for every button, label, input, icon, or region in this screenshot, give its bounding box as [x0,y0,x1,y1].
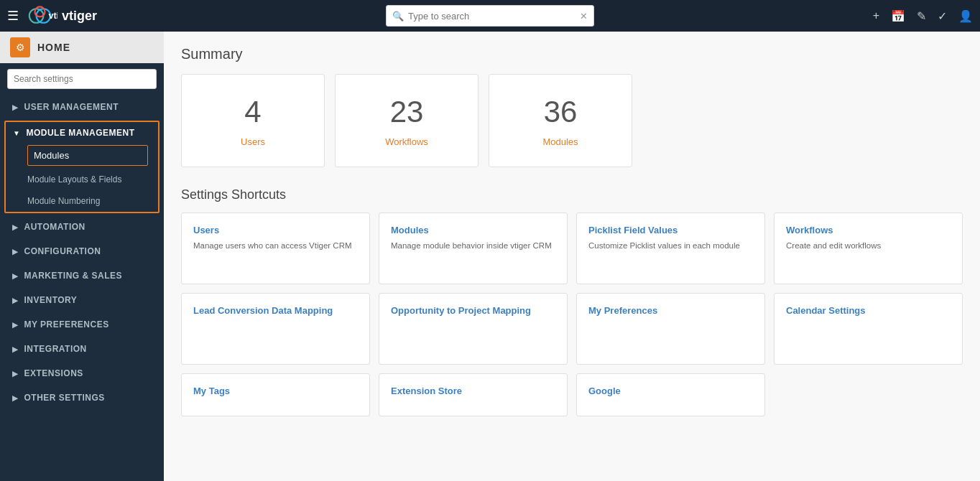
shortcut-desc: Manage module behavior inside vtiger CRM [391,240,555,251]
shortcut-title: Calendar Settings [786,305,951,316]
sidebar-item-integration[interactable]: ▶ INTEGRATION [0,337,164,361]
sidebar-nav: ▶ USER MANAGEMENT ▼ MODULE MANAGEMENT Mo… [0,95,164,410]
chevron-right-icon: ▶ [12,296,19,304]
bottom-card-title: Google [588,386,753,396]
sidebar-item-label: USER MANAGEMENT [24,102,119,112]
sidebar-search-input[interactable] [7,69,157,89]
shortcut-card-my-tags[interactable]: My Tags [181,373,370,416]
clear-search-icon[interactable]: ✕ [580,11,588,22]
sidebar-subitem-module-numbering[interactable]: Module Numbering [27,190,158,212]
svg-text:vtiger: vtiger [48,11,57,21]
summary-cards: 4 Users 23 Workflows 36 Modules [181,74,963,167]
sidebar-item-label: OTHER SETTINGS [24,393,105,403]
navbar: ☰ vtiger vtiger 🔍 ✕ + 📅 ✎ ✓ 👤 [0,0,980,32]
sidebar-item-marketing-sales[interactable]: ▶ MARKETING & SALES [0,263,164,288]
chevron-right-icon: ▶ [12,370,19,378]
chart-icon[interactable]: ✎ [917,9,926,23]
content-area: ⚙ HOME ▶ USER MANAGEMENT ▼ MODULE MANAGE… [0,32,980,481]
users-label: Users [241,136,265,147]
chevron-right-icon: ▶ [12,103,19,111]
chevron-right-icon: ▶ [12,345,19,353]
sidebar-item-configuration[interactable]: ▶ CONFIGURATION [0,239,164,263]
shortcut-card-calendar[interactable]: Calendar Settings [774,293,963,365]
shortcut-title: Opportunity to Project Mapping [391,305,555,316]
bottom-card-title: Extension Store [391,386,555,396]
logo: vtiger vtiger [27,6,97,26]
shortcut-card-modules[interactable]: Modules Manage module behavior inside vt… [379,213,568,284]
shortcut-title: Lead Conversion Data Mapping [193,305,358,316]
home-label: HOME [37,42,70,53]
shortcut-card-picklist[interactable]: Picklist Field Values Customize Picklist… [576,213,765,284]
main-content: Summary 4 Users 23 Workflows 36 Modules … [164,32,980,481]
bottom-card-title: My Tags [193,386,358,396]
shortcut-card-workflows[interactable]: Workflows Create and edit workflows [774,213,963,284]
user-icon[interactable]: 👤 [958,9,973,23]
navbar-actions: + 📅 ✎ ✓ 👤 [873,9,973,23]
chevron-right-icon: ▶ [12,321,19,329]
shortcut-title: Users [193,225,358,235]
shortcut-card-lead-conversion[interactable]: Lead Conversion Data Mapping [181,293,370,365]
chevron-right-icon: ▶ [12,394,19,402]
sidebar-item-label: CONFIGURATION [24,246,101,256]
sidebar-subitem-module-layouts[interactable]: Module Layouts & Fields [27,169,158,190]
shortcut-card-users[interactable]: Users Manage users who can access Vtiger… [181,213,370,284]
sidebar-item-label: INTEGRATION [24,344,87,354]
sidebar-item-module-management[interactable]: ▼ MODULE MANAGEMENT [6,122,158,144]
summary-card-users[interactable]: 4 Users [181,74,325,167]
shortcut-title: My Preferences [588,305,753,316]
sidebar-item-automation[interactable]: ▶ AUTOMATION [0,215,164,239]
summary-card-modules[interactable]: 36 Modules [489,74,632,167]
sidebar-item-label: MARKETING & SALES [24,271,123,281]
sidebar-search-container [0,63,164,95]
chevron-right-icon: ▶ [12,248,19,256]
shortcut-card-google[interactable]: Google [576,373,765,416]
sidebar-item-label: MODULE MANAGEMENT [26,128,134,138]
vtiger-logo-icon: vtiger [27,6,57,26]
calendar-icon[interactable]: 📅 [891,9,905,23]
gear-icon: ⚙ [10,37,30,57]
shortcut-desc: Manage users who can access Vtiger CRM [193,240,358,251]
sidebar-item-inventory[interactable]: ▶ INVENTORY [0,288,164,312]
shortcut-card-my-preferences[interactable]: My Preferences [576,293,765,365]
shortcut-card-extension-store[interactable]: Extension Store [379,373,568,416]
task-icon[interactable]: ✓ [938,9,947,23]
sidebar-item-label: MY PREFERENCES [24,319,109,330]
shortcuts-title: Settings Shortcuts [181,187,963,202]
shortcuts-grid: Users Manage users who can access Vtiger… [181,213,963,365]
search-input[interactable] [408,11,580,22]
modules-count: 36 [544,95,578,129]
global-search[interactable]: 🔍 ✕ [386,5,594,27]
sidebar-item-label: AUTOMATION [24,222,85,232]
plus-icon[interactable]: + [873,9,879,22]
shortcut-card-opp-project[interactable]: Opportunity to Project Mapping [379,293,568,365]
hamburger-icon[interactable]: ☰ [7,8,19,24]
shortcut-title: Picklist Field Values [588,225,753,235]
sidebar-item-extensions[interactable]: ▶ EXTENSIONS [0,361,164,386]
sidebar-item-label: INVENTORY [24,295,78,305]
sidebar-home[interactable]: ⚙ HOME [0,32,164,63]
summary-title: Summary [181,46,963,62]
brand-name: vtiger [62,9,97,24]
sidebar-module-subitems: Modules Module Layouts & Fields Module N… [6,145,158,212]
shortcut-title: Modules [391,225,555,235]
sidebar-item-user-management[interactable]: ▶ USER MANAGEMENT [0,95,164,119]
workflows-count: 23 [390,95,424,129]
chevron-right-icon: ▶ [12,223,19,231]
shortcut-desc: Customize Picklist values in each module [588,240,753,251]
workflows-label: Workflows [385,136,428,147]
summary-card-workflows[interactable]: 23 Workflows [335,74,479,167]
shortcut-desc: Create and edit workflows [786,240,951,251]
sidebar-item-my-preferences[interactable]: ▶ MY PREFERENCES [0,312,164,337]
bottom-shortcuts: My Tags Extension Store Google [181,373,963,416]
sidebar-item-label: EXTENSIONS [24,368,83,378]
sidebar-item-other-settings[interactable]: ▶ OTHER SETTINGS [0,386,164,410]
chevron-down-icon: ▼ [13,129,20,137]
modules-label: Modules [542,136,578,147]
search-icon: 🔍 [392,11,404,22]
shortcut-title: Workflows [786,225,951,235]
sidebar: ⚙ HOME ▶ USER MANAGEMENT ▼ MODULE MANAGE… [0,32,164,481]
sidebar-subitem-modules[interactable]: Modules [27,145,148,166]
chevron-right-icon: ▶ [12,272,19,280]
svg-point-2 [35,6,45,17]
users-count: 4 [244,95,261,129]
